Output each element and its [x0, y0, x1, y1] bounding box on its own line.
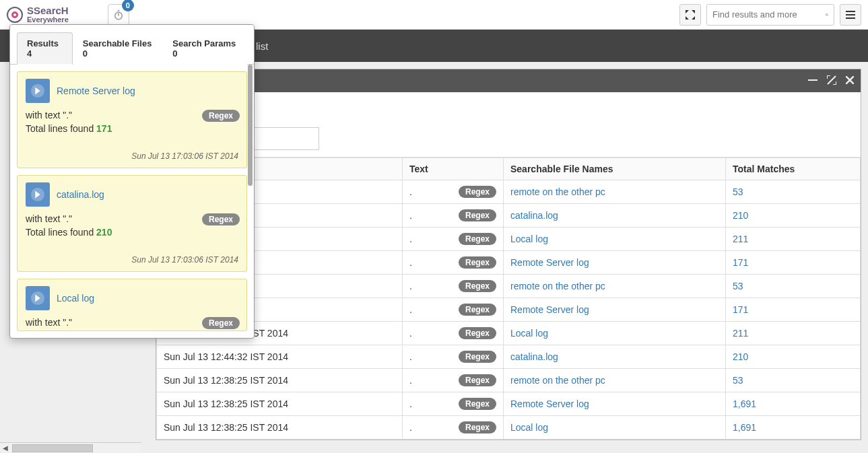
cell-file: remote on the other pc	[504, 275, 726, 298]
file-link[interactable]: catalina.log	[510, 210, 558, 221]
minimize-button[interactable]	[808, 75, 817, 87]
svg-point-6	[826, 13, 828, 15]
result-timestamp: Sun Jul 13 17:03:06 IST 2014	[26, 151, 238, 161]
dropdown-tab[interactable]: Search Params 0	[162, 32, 247, 65]
search-input[interactable]	[712, 9, 826, 20]
fullscreen-icon	[686, 10, 695, 20]
arrow-right-circle-icon	[26, 182, 50, 207]
menu-button[interactable]	[840, 4, 861, 26]
matches-link[interactable]: 53	[733, 186, 743, 197]
file-link[interactable]: Local log	[510, 328, 548, 339]
matches-link[interactable]: 171	[733, 257, 748, 268]
col-matches[interactable]: Total Matches	[726, 158, 861, 180]
logo-icon	[7, 7, 23, 23]
regex-badge: Regex	[202, 110, 240, 122]
stopwatch-icon	[112, 9, 125, 21]
cell-text: .Regex	[403, 392, 504, 416]
minimize-icon	[808, 75, 817, 85]
horizontal-scrollbar[interactable]: ◀	[0, 442, 141, 453]
file-link[interactable]: remote on the other pc	[510, 186, 605, 197]
cell-file: catalina.log	[504, 204, 726, 228]
table-row[interactable]: 2014.Regexcatalina.log210	[157, 204, 861, 228]
table-row[interactable]: Sun Jul 13 12:38:25 IST 2014.RegexLocal …	[157, 416, 861, 440]
maximize-button[interactable]	[827, 75, 836, 87]
logo[interactable]: SSearcH Everywhere	[7, 5, 69, 24]
result-title[interactable]: Local log	[57, 293, 94, 304]
regex-badge: Regex	[459, 351, 496, 363]
close-button[interactable]	[846, 75, 854, 86]
dropdown-tab[interactable]: Results 4	[17, 32, 73, 65]
cell-matches: 210	[726, 204, 861, 228]
col-file[interactable]: Searchable File Names	[504, 158, 726, 180]
scroll-left-arrow[interactable]: ◀	[0, 443, 11, 454]
table-row[interactable]: 2014.Regexremote on the other pc53	[157, 275, 861, 298]
matches-link[interactable]: 1,691	[733, 422, 756, 433]
matches-link[interactable]: 210	[733, 210, 748, 221]
scrollbar-thumb[interactable]	[12, 444, 93, 452]
cell-file: Remote Server log	[504, 251, 726, 275]
header-search[interactable]	[706, 4, 834, 26]
cell-text: .Regex	[403, 204, 504, 228]
regex-badge: Regex	[459, 398, 496, 410]
dropdown-tab[interactable]: Searchable Files 0	[73, 32, 163, 65]
cell-text: .Regex	[403, 345, 504, 369]
search-icon	[826, 9, 828, 20]
table-row[interactable]: 2014.RegexLocal log211	[157, 228, 861, 251]
cell-matches: 53	[726, 180, 861, 204]
cell-matches: 53	[726, 369, 861, 392]
svg-rect-11	[808, 79, 817, 81]
dropdown-scrollbar-thumb[interactable]	[248, 65, 253, 186]
matches-link[interactable]: 1,691	[733, 398, 756, 409]
file-link[interactable]: Remote Server log	[510, 304, 589, 315]
col-text[interactable]: Text	[403, 158, 504, 180]
result-title[interactable]: Remote Server log	[57, 85, 135, 96]
file-link[interactable]: Remote Server log	[510, 398, 589, 409]
cell-text: .Regex	[403, 298, 504, 322]
cell-matches: 1,691	[726, 416, 861, 440]
panel-header	[156, 69, 861, 92]
cell-text: .Regex	[403, 275, 504, 298]
table-row[interactable]: 2014.RegexRemote Server log171	[157, 251, 861, 275]
matches-link[interactable]: 210	[733, 351, 748, 362]
cell-date: Sun Jul 13 12:38:25 IST 2014	[157, 369, 403, 392]
table-row[interactable]: Sun Jul 13 12:44:32 IST 2014.RegexLocal …	[157, 322, 861, 345]
cell-file: Local log	[504, 322, 726, 345]
breadcrumb-item[interactable]: list	[256, 40, 268, 52]
result-card[interactable]: catalina.logwith text "."Total lines fou…	[17, 175, 247, 272]
matches-link[interactable]: 53	[733, 375, 743, 386]
arrow-right-circle-icon	[26, 286, 50, 310]
matches-link[interactable]: 171	[733, 304, 748, 315]
svg-point-2	[13, 13, 16, 16]
table-row[interactable]: 2014.Regexremote on the other pc53	[157, 180, 861, 204]
result-title[interactable]: catalina.log	[57, 189, 104, 200]
fullscreen-button[interactable]	[679, 4, 701, 26]
result-card[interactable]: Remote Server logwith text "."Total line…	[17, 71, 247, 168]
file-link[interactable]: remote on the other pc	[510, 375, 605, 386]
file-link[interactable]: Local log	[510, 234, 548, 244]
logo-text-top: SSearcH	[27, 5, 69, 15]
logo-text-bottom: Everywhere	[27, 15, 69, 24]
matches-link[interactable]: 53	[733, 281, 743, 291]
table-row[interactable]: Sun Jul 13 12:44:32 IST 2014.Regexcatali…	[157, 345, 861, 369]
file-link[interactable]: catalina.log	[510, 351, 558, 362]
cell-date: Sun Jul 13 12:44:32 IST 2014	[157, 345, 403, 369]
table-row[interactable]: Sun Jul 13 12:38:25 IST 2014.RegexRemote…	[157, 392, 861, 416]
timer-button[interactable]: 0	[108, 4, 129, 26]
table-row[interactable]: Sun Jul 13 12:38:25 IST 2014.Regexremote…	[157, 369, 861, 392]
svg-rect-9	[846, 14, 855, 15]
result-card[interactable]: Local logwith text "."Regex	[17, 279, 247, 331]
svg-line-7	[828, 15, 828, 15]
cell-text: .Regex	[403, 180, 504, 204]
regex-badge: Regex	[202, 213, 240, 225]
file-link[interactable]: remote on the other pc	[510, 281, 605, 291]
cell-text: .Regex	[403, 416, 504, 440]
matches-link[interactable]: 211	[733, 328, 748, 339]
file-link[interactable]: Local log	[510, 422, 548, 433]
file-link[interactable]: Remote Server log	[510, 257, 589, 268]
cell-matches: 171	[726, 251, 861, 275]
hamburger-icon	[846, 10, 855, 20]
table-row[interactable]: 2014.RegexRemote Server log171	[157, 298, 861, 322]
matches-link[interactable]: 211	[733, 234, 748, 244]
regex-badge: Regex	[459, 374, 496, 386]
cell-matches: 210	[726, 345, 861, 369]
